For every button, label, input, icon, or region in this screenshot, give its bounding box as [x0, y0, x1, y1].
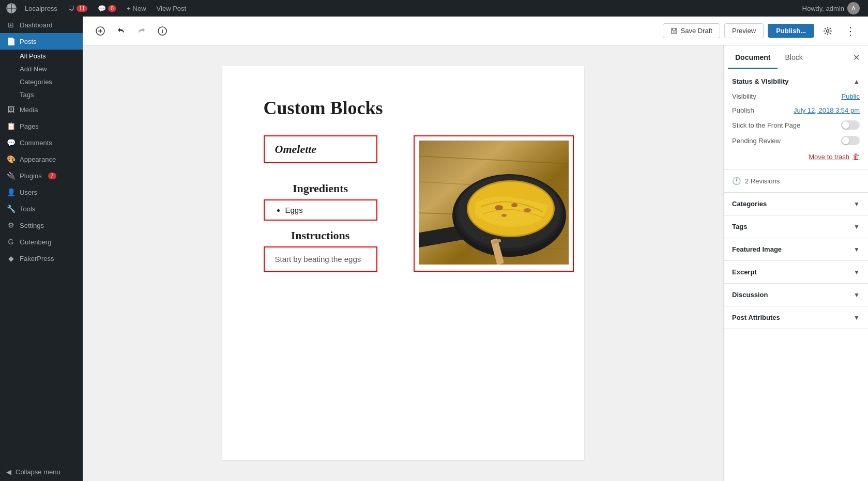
sidebar-item-users[interactable]: 👤 Users: [0, 184, 83, 200]
sidebar-item-posts[interactable]: 📄 Posts: [0, 33, 83, 50]
post-content-area[interactable]: Custom Blocks Omelette Ingredients: [222, 66, 584, 460]
svg-text:i: i: [161, 28, 163, 34]
trash-icon: 🗑: [852, 152, 860, 161]
discussion-section: Discussion ▼: [724, 284, 868, 306]
posts-icon: 📄: [6, 37, 16, 45]
recipe-right-column: [393, 135, 574, 272]
plugins-icon: 🔌: [6, 172, 16, 180]
media-icon: 🖼: [6, 105, 16, 114]
sidebar-item-categories[interactable]: Categories: [0, 75, 83, 88]
preview-button[interactable]: Preview: [724, 23, 764, 38]
status-visibility-chevron: ▲: [854, 78, 860, 85]
adminbar-site-name[interactable]: Localpress: [21, 0, 62, 17]
settings-icon: ⚙: [6, 221, 16, 229]
visibility-value[interactable]: Public: [842, 92, 860, 100]
post-attributes-section: Post Attributes ▼: [724, 306, 868, 329]
ingredient-item: Eggs: [285, 206, 366, 214]
sidebar-item-appearance[interactable]: 🎨 Appearance: [0, 151, 83, 167]
publish-value[interactable]: July 12, 2018 3:54 pm: [794, 106, 860, 114]
status-visibility-content: Visibility Public Publish July 12, 2018 …: [724, 89, 868, 169]
featured-image-chevron: ▼: [854, 246, 860, 253]
gutenberg-icon: G: [6, 238, 16, 246]
omelette-image: [419, 141, 569, 265]
categories-header[interactable]: Categories ▼: [724, 193, 868, 215]
sidebar-item-gutenberg[interactable]: G Gutenberg: [0, 234, 83, 250]
more-options-button[interactable]: ⋮: [841, 22, 860, 40]
adminbar-user[interactable]: Howdy, admin A: [798, 2, 864, 14]
move-to-trash-button[interactable]: Move to trash 🗑: [732, 152, 860, 161]
tags-header[interactable]: Tags ▼: [724, 215, 868, 238]
ingredients-block[interactable]: Eggs: [264, 199, 377, 221]
tab-block[interactable]: Block: [778, 47, 810, 69]
publish-button[interactable]: Publish...: [768, 24, 814, 38]
tags-section: Tags ▼: [724, 215, 868, 238]
adminbar-messages[interactable]: 💬 0: [94, 0, 120, 17]
revisions-row[interactable]: 🕐 2 Revisions: [724, 169, 868, 192]
adminbar-new[interactable]: + New: [123, 0, 150, 17]
tags-chevron: ▼: [854, 223, 860, 230]
pending-review-row: Pending Review: [732, 133, 860, 148]
info-button[interactable]: i: [153, 22, 172, 40]
fakerpress-icon: ◆: [6, 254, 16, 262]
instructions-block[interactable]: Start by beating the eggs: [264, 246, 377, 272]
pending-review-label: Pending Review: [732, 137, 781, 145]
recipe-title-block[interactable]: Omelette: [264, 135, 377, 163]
toggle-knob: [842, 121, 849, 129]
visibility-row: Visibility Public: [732, 89, 860, 103]
redo-button[interactable]: [132, 22, 151, 40]
sidebar-item-all-posts[interactable]: All Posts: [0, 50, 83, 63]
tools-icon: 🔧: [6, 205, 16, 213]
sidebar-item-tools[interactable]: 🔧 Tools: [0, 200, 83, 217]
editor-toolbar: i Save Draft Preview Publish...: [83, 17, 868, 45]
sidebar-item-tags[interactable]: Tags: [0, 88, 83, 101]
image-block[interactable]: [414, 135, 574, 272]
sidebar-item-dashboard[interactable]: ⊞ Dashboard: [0, 17, 83, 33]
save-draft-button[interactable]: Save Draft: [663, 23, 720, 38]
right-panel: Document Block ✕ Status & Visibility ▲ V…: [723, 45, 868, 481]
adminbar-view-post[interactable]: View Post: [153, 0, 191, 17]
sidebar-item-settings[interactable]: ⚙ Settings: [0, 217, 83, 234]
svg-point-21: [511, 203, 517, 207]
post-attributes-chevron: ▼: [854, 314, 860, 321]
collapse-menu-button[interactable]: ◀ Collapse menu: [0, 463, 83, 481]
post-title[interactable]: Custom Blocks: [264, 97, 543, 119]
pending-review-toggle[interactable]: [841, 136, 860, 145]
undo-button[interactable]: [112, 22, 130, 40]
publish-label: Publish: [732, 106, 754, 114]
stick-front-row: Stick to the Front Page: [732, 117, 860, 133]
sidebar-item-comments[interactable]: 💬 Comments: [0, 134, 83, 151]
sidebar: ⊞ Dashboard 📄 Posts All Posts Add New Ca…: [0, 17, 83, 481]
post-editor[interactable]: Custom Blocks Omelette Ingredients: [83, 45, 723, 481]
stick-front-toggle[interactable]: [841, 120, 860, 130]
tab-document[interactable]: Document: [728, 47, 778, 69]
ingredients-heading: Ingredients: [264, 182, 377, 195]
admin-bar: Localpress 🗨 11 💬 0 + New View Post Howd…: [0, 0, 868, 17]
sidebar-item-add-new[interactable]: Add New: [0, 63, 83, 75]
dashboard-icon: ⊞: [6, 21, 16, 29]
instructions-heading: Instructions: [264, 229, 377, 242]
revisions-section: 🕐 2 Revisions: [724, 169, 868, 193]
post-attributes-header[interactable]: Post Attributes ▼: [724, 306, 868, 329]
add-block-button[interactable]: [91, 22, 110, 40]
recipe-left-column: Omelette Ingredients Eggs I: [264, 135, 377, 281]
revisions-label: 2 Revisions: [745, 177, 780, 185]
svg-point-23: [501, 214, 507, 217]
editor-settings-button[interactable]: [818, 22, 837, 40]
sidebar-item-fakerpress[interactable]: ◆ FakerPress: [0, 250, 83, 267]
sidebar-item-plugins[interactable]: 🔌 Plugins 7: [0, 167, 83, 184]
status-visibility-section: Status & Visibility ▲ Visibility Public …: [724, 70, 868, 169]
sidebar-item-media[interactable]: 🖼 Media: [0, 101, 83, 118]
adminbar-comments[interactable]: 🗨 11: [64, 0, 92, 17]
sidebar-item-pages[interactable]: 📋 Pages: [0, 118, 83, 134]
pages-icon: 📋: [6, 122, 16, 130]
instructions-text: Start by beating the eggs: [275, 255, 361, 263]
discussion-chevron: ▼: [854, 291, 860, 299]
status-visibility-header[interactable]: Status & Visibility ▲: [724, 70, 868, 89]
panel-close-button[interactable]: ✕: [848, 50, 864, 66]
wp-logo[interactable]: [4, 1, 19, 15]
discussion-header[interactable]: Discussion ▼: [724, 284, 868, 306]
featured-image-header[interactable]: Featured Image ▼: [724, 238, 868, 260]
excerpt-chevron: ▼: [854, 269, 860, 276]
user-avatar: A: [847, 2, 860, 14]
excerpt-header[interactable]: Excerpt ▼: [724, 261, 868, 283]
